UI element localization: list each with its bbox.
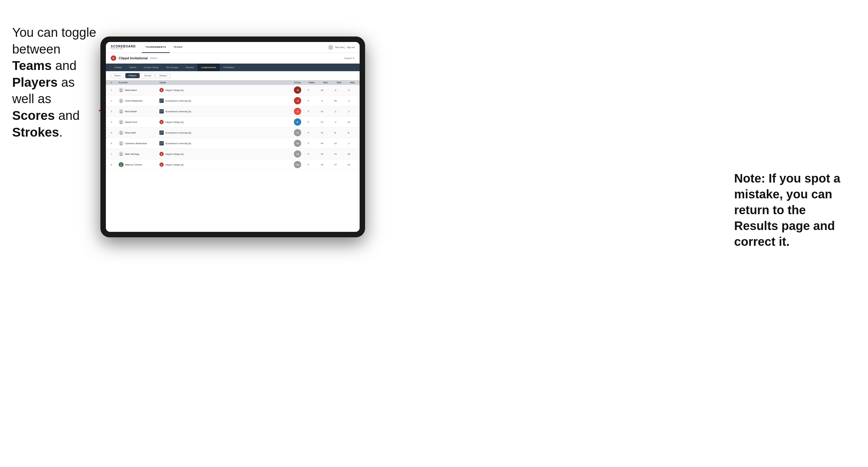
table-row: 4 David Ford C Clippd College [A] E F +1… xyxy=(106,117,360,127)
bold-strokes: Strokes xyxy=(12,125,59,139)
nav-right: Test User | Sign out xyxy=(328,45,355,50)
table-row: 5 Rees Britt Scoreboard University [A] +… xyxy=(106,127,360,138)
player-avatar xyxy=(119,120,124,124)
score-badge: -4 xyxy=(294,97,301,104)
clippd-logo: C xyxy=(159,120,164,124)
clippd-logo: C xyxy=(159,162,164,167)
player-cell: Elliot Ebert xyxy=(119,88,158,92)
team-cell: Scoreboard University [A] xyxy=(159,141,282,146)
right-annotation: Note: If you spot a mistake, you can ret… xyxy=(734,170,850,249)
svg-rect-13 xyxy=(160,111,163,112)
toggle-row: Teams Players Scores Strokes xyxy=(106,71,360,80)
player-cell: Chris Robertson xyxy=(119,98,158,103)
tab-details[interactable]: Details xyxy=(111,64,125,71)
team-cell: C Clippd College [A] xyxy=(159,120,282,124)
svg-point-1 xyxy=(121,89,122,90)
svg-point-18 xyxy=(120,133,122,135)
nav-tournaments[interactable]: TOURNAMENTS xyxy=(142,42,170,53)
player-cell: Blair McHarg xyxy=(119,152,158,156)
svg-rect-14 xyxy=(160,112,162,113)
table-row: 8 Marcus Turners C Clippd College [A] +1… xyxy=(106,159,360,170)
player-cell: David Ford xyxy=(119,120,158,124)
svg-rect-28 xyxy=(160,144,162,145)
nav-links: TOURNAMENTS TEAMS xyxy=(142,42,328,53)
sign-out-link[interactable]: Sign out xyxy=(347,46,355,49)
toggle-strokes[interactable]: Strokes xyxy=(156,73,170,78)
player-cell: Cameron Robertson xyxy=(119,141,158,146)
svg-point-15 xyxy=(121,121,122,122)
svg-rect-12 xyxy=(160,110,163,111)
svg-point-31 xyxy=(121,163,122,165)
score-badge: +8 xyxy=(294,150,301,158)
toggle-teams[interactable]: Teams xyxy=(111,73,124,78)
tab-course-setup[interactable]: Course Setup xyxy=(140,64,162,71)
col-total: TOTAL xyxy=(283,82,301,84)
table-header: # PLAYER TEAM TOTAL THRU RD1 RD2 RD3 xyxy=(106,80,360,85)
svg-rect-6 xyxy=(160,99,163,100)
svg-rect-21 xyxy=(160,132,163,133)
top-nav: SCOREBOARD Powered by clippd TOURNAMENTS… xyxy=(106,42,360,53)
table-body: 1 Elliot Ebert C Clippd College [A] -8 F… xyxy=(106,85,360,232)
score-badge: -8 xyxy=(294,86,301,94)
clippd-logo: C xyxy=(159,88,164,92)
svg-rect-20 xyxy=(160,131,163,132)
toggle-players[interactable]: Players xyxy=(125,73,140,78)
svg-point-10 xyxy=(120,112,122,114)
scoreboard-logo: SCOREBOARD Powered by clippd xyxy=(111,45,136,50)
svg-point-29 xyxy=(121,153,122,154)
svg-point-32 xyxy=(120,165,122,167)
tournament-header: C Clippd Invitational (Men) Cancel ✕ xyxy=(106,53,360,64)
table-row: 2 Chris Robertson Scoreboard University … xyxy=(106,96,360,106)
col-rd1: RD1 xyxy=(316,82,328,84)
nav-teams[interactable]: TEAMS xyxy=(170,42,186,53)
player-avatar xyxy=(119,88,124,92)
user-avatar xyxy=(328,45,333,50)
col-rd2: RD2 xyxy=(329,82,341,84)
player-avatar xyxy=(119,152,124,156)
clippd-logo: C xyxy=(159,152,164,156)
svg-rect-22 xyxy=(160,133,162,134)
scoreboard-logo-icon xyxy=(159,130,164,135)
player-cell: Marcus Turners xyxy=(119,162,158,167)
table-row: 3 Rich Butler Scoreboard University [A] … xyxy=(106,106,360,117)
tablet-screen: SCOREBOARD Powered by clippd TOURNAMENTS… xyxy=(106,42,360,232)
table-row: 7 Blair McHarg C Clippd College [A] +8 F… xyxy=(106,149,360,159)
player-cell: Rees Britt xyxy=(119,130,158,135)
scoreboard-logo-icon xyxy=(159,141,164,146)
tournament-name: Clippd Invitational xyxy=(119,56,148,60)
bold-scores: Scores xyxy=(12,108,55,123)
svg-rect-8 xyxy=(160,101,162,102)
note-label: Note: If you spot a mistake, you can ret… xyxy=(734,172,840,248)
player-cell: Rich Butler xyxy=(119,109,158,114)
score-badge: E xyxy=(294,118,301,126)
svg-rect-26 xyxy=(160,142,163,143)
tab-teams[interactable]: Teams xyxy=(125,64,140,71)
player-avatar xyxy=(119,141,124,146)
svg-point-16 xyxy=(120,123,122,124)
user-name: Test User | xyxy=(335,46,345,49)
svg-point-9 xyxy=(121,110,122,112)
team-cell: C Clippd College [A] xyxy=(159,162,282,167)
tab-printables[interactable]: Printables xyxy=(220,64,238,71)
player-avatar xyxy=(119,98,124,103)
col-player: PLAYER xyxy=(119,82,158,84)
team-cell: C Clippd College [A] xyxy=(159,88,282,92)
team-cell: C Clippd College [A] xyxy=(159,152,282,156)
bold-teams: Teams xyxy=(12,58,52,73)
toggle-scores[interactable]: Scores xyxy=(141,73,155,78)
left-annotation: You can toggle between Teams and Players… xyxy=(12,24,97,141)
tab-leaderboards[interactable]: Leaderboards xyxy=(197,64,220,71)
tab-results[interactable]: Results xyxy=(182,64,197,71)
bold-players: Players xyxy=(12,75,58,89)
scoreboard-logo-icon xyxy=(159,99,164,103)
svg-point-2 xyxy=(120,91,122,92)
tab-tee-groups[interactable]: Tee Groups xyxy=(162,64,182,71)
score-badge: +11 xyxy=(294,161,301,168)
cancel-button[interactable]: Cancel ✕ xyxy=(344,57,355,60)
cancel-icon: ✕ xyxy=(352,57,355,60)
team-cell: Scoreboard University [A] xyxy=(159,109,282,114)
svg-point-23 xyxy=(121,142,122,144)
col-thru: THRU xyxy=(302,82,315,84)
team-cell: Scoreboard University [A] xyxy=(159,99,282,103)
svg-rect-27 xyxy=(160,143,163,144)
